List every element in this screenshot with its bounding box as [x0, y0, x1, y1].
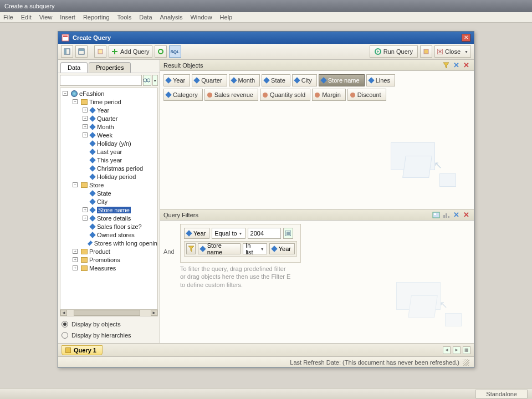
- chip-quantity-sold[interactable]: Quantity sold: [260, 89, 310, 101]
- tree-item[interactable]: This year: [97, 157, 122, 163]
- chip-state[interactable]: State: [262, 74, 290, 86]
- toolbar-sql-button[interactable]: SQL: [169, 45, 181, 58]
- menu-data[interactable]: Data: [139, 14, 152, 21]
- chip-margin[interactable]: Margin: [312, 89, 346, 101]
- tree-time-period[interactable]: Time period: [89, 99, 121, 105]
- tree-item[interactable]: Holiday period: [97, 173, 136, 180]
- svg-rect-19: [448, 216, 449, 218]
- filter-operator-inlist[interactable]: In list▼: [243, 243, 267, 254]
- dimension-icon: [89, 107, 95, 113]
- filter-field-label: Store name: [207, 242, 237, 255]
- query-tab-1[interactable]: Query 1: [62, 345, 103, 355]
- tab-prev-button[interactable]: ◄: [443, 346, 451, 354]
- right-column: Result Objects ✕ ✕ Year Quarter Month St…: [160, 60, 474, 343]
- tree-item[interactable]: Holiday (y/n): [97, 140, 131, 147]
- toolbar-purge-button[interactable]: [420, 45, 432, 58]
- menu-insert[interactable]: Insert: [60, 14, 75, 21]
- chip-quarter[interactable]: Quarter: [192, 74, 227, 86]
- clear-blue-icon[interactable]: ✕: [452, 211, 461, 219]
- toolbar-panel-top-button[interactable]: [75, 45, 88, 58]
- search-dropdown[interactable]: ▼: [152, 75, 158, 86]
- menu-window[interactable]: Window: [190, 14, 212, 21]
- result-objects-header: Result Objects ✕ ✕: [160, 60, 474, 71]
- chip-store-name[interactable]: Store name: [319, 74, 365, 86]
- svg-rect-16: [434, 213, 436, 215]
- toolbar-add-data-provider-button[interactable]: [94, 45, 106, 58]
- tree-search-input[interactable]: [60, 75, 142, 86]
- chip-discount[interactable]: Discount: [347, 89, 386, 101]
- filter-op-label: In list: [245, 242, 259, 255]
- display-by-objects-option[interactable]: Display by objects: [62, 319, 156, 330]
- chip-city[interactable]: City: [292, 74, 317, 86]
- tree-panel: −eFashion −Time period +Year +Quarter +M…: [60, 88, 158, 316]
- tree-item[interactable]: Year: [97, 107, 109, 114]
- close-dropdown-caret[interactable]: ▼: [464, 50, 468, 54]
- menu-file[interactable]: File: [3, 14, 13, 21]
- resize-grip[interactable]: [463, 359, 469, 366]
- filter-hint-text: To filter the query, drag predefined fil…: [180, 265, 291, 289]
- tree-item[interactable]: Week: [97, 132, 112, 139]
- toolbar-refresh-button[interactable]: [155, 45, 167, 58]
- tab-list-button[interactable]: ▦: [463, 346, 470, 354]
- binoculars-icon[interactable]: [143, 75, 151, 86]
- tree-h-scrollbar[interactable]: ◄►: [60, 309, 157, 316]
- menu-help[interactable]: Help: [220, 14, 233, 21]
- chip-month[interactable]: Month: [229, 74, 260, 86]
- menu-tools[interactable]: Tools: [117, 14, 132, 21]
- modal-title-bar[interactable]: Create Query ✕: [58, 32, 474, 44]
- value-picker-button[interactable]: [283, 228, 293, 239]
- tree-item[interactable]: Quarter: [97, 115, 117, 122]
- result-objects-panel[interactable]: Year Quarter Month State City Store name…: [160, 71, 474, 209]
- display-by-hierarchies-option[interactable]: Display by hierarchies: [62, 330, 156, 341]
- menu-analysis[interactable]: Analysis: [160, 14, 183, 21]
- tree-promotions[interactable]: Promotions: [89, 257, 120, 263]
- tree-product[interactable]: Product: [89, 248, 110, 255]
- filter-value-input[interactable]: [248, 228, 281, 239]
- tree-item-selected[interactable]: Store name: [97, 207, 131, 213]
- clear-red-icon[interactable]: ✕: [462, 61, 470, 70]
- filter-icon[interactable]: [442, 61, 451, 70]
- subquery-indicator-icon[interactable]: [186, 243, 196, 254]
- tree-item[interactable]: State: [97, 190, 111, 197]
- menu-reporting[interactable]: Reporting: [83, 14, 110, 21]
- filter-object-year[interactable]: Year: [184, 228, 209, 239]
- tree-item[interactable]: Month: [97, 124, 114, 130]
- tree-item[interactable]: City: [97, 198, 108, 205]
- tree-measures[interactable]: Measures: [89, 265, 116, 272]
- tree-item[interactable]: Store details: [97, 215, 131, 222]
- tree-item[interactable]: Owned stores: [97, 232, 135, 238]
- modal-close-button[interactable]: ✕: [462, 34, 470, 42]
- tab-data[interactable]: Data: [60, 62, 88, 73]
- hint-line: or drag objects here then use the Filter…: [180, 273, 291, 280]
- clear-red-icon[interactable]: ✕: [462, 211, 470, 219]
- add-query-button[interactable]: Add Query: [109, 45, 152, 58]
- tree-item[interactable]: Last year: [97, 149, 122, 155]
- query-filters-panel[interactable]: And Year Equal to▼ Store name In list▼: [160, 221, 474, 343]
- chip-year[interactable]: Year: [163, 74, 190, 86]
- rank-icon[interactable]: [442, 211, 451, 219]
- menu-view[interactable]: View: [39, 14, 53, 21]
- tree-root[interactable]: eFashion: [79, 90, 104, 97]
- filter-object-storename[interactable]: Store name: [198, 243, 241, 254]
- tree-store[interactable]: Store: [89, 182, 104, 188]
- and-operator-label[interactable]: And: [163, 248, 175, 255]
- chip-sales-revenue[interactable]: Sales revenue: [204, 89, 258, 101]
- subquery-icon[interactable]: [432, 211, 441, 219]
- clear-blue-icon[interactable]: ✕: [452, 61, 461, 70]
- filter-operator-equal[interactable]: Equal to▼: [212, 228, 245, 239]
- subquery-object-year[interactable]: Year: [269, 243, 295, 254]
- menu-edit[interactable]: Edit: [21, 14, 32, 21]
- tab-next-button[interactable]: ►: [453, 346, 461, 354]
- filter-field-label: Year: [193, 230, 206, 237]
- filter-group: Year Equal to▼ Store name In list▼ Year: [180, 224, 301, 263]
- tree-item[interactable]: Stores with long openin: [94, 240, 157, 247]
- object-tree[interactable]: −eFashion −Time period +Year +Quarter +M…: [60, 88, 157, 309]
- close-panel-button[interactable]: Close ▼: [434, 45, 471, 58]
- tree-item[interactable]: Sales floor size?: [97, 223, 142, 230]
- run-query-button[interactable]: Run Query: [370, 45, 418, 58]
- chip-category[interactable]: Category: [163, 89, 203, 101]
- chip-lines[interactable]: Lines: [366, 74, 395, 86]
- tree-item[interactable]: Christmas period: [97, 165, 143, 172]
- toolbar-panel-left-button[interactable]: [61, 45, 73, 58]
- tab-properties[interactable]: Properties: [89, 62, 131, 73]
